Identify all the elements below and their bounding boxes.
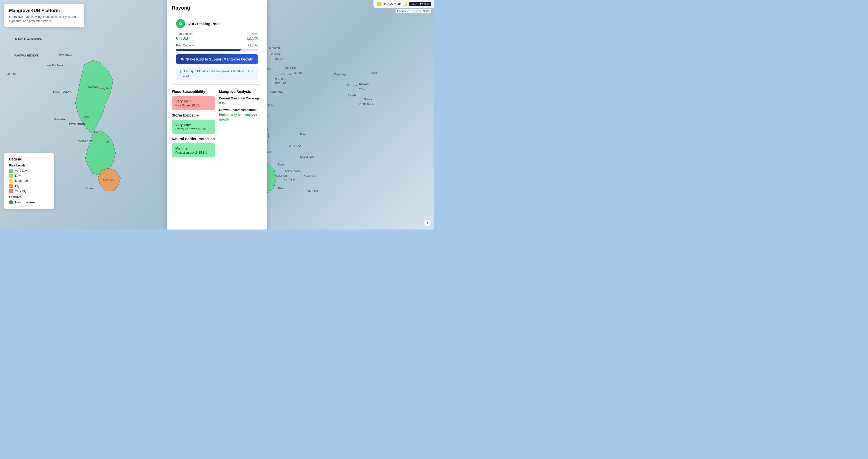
progress-bar-bg bbox=[176, 49, 258, 51]
svg-marker-0 bbox=[75, 60, 113, 133]
legend-color-swatch bbox=[9, 184, 13, 188]
legend-risk-item: Very Low bbox=[9, 169, 49, 173]
flood-risk-badge: Very High Risk Score: 90.0% bbox=[172, 96, 215, 110]
progress-bar-fill bbox=[176, 49, 241, 51]
mangrove-analysis-box: Current Mangrove Coverage: 0.1% Growth R… bbox=[219, 96, 262, 122]
legend-color-swatch bbox=[9, 179, 13, 183]
staking-title: KUB Staking Pool bbox=[188, 22, 220, 26]
legend-feature-swatch bbox=[9, 200, 13, 204]
risk-levels-label: Risk Levels bbox=[9, 164, 49, 167]
staking-header: ♻ KUB Staking Pool bbox=[176, 19, 258, 28]
legend-item-label: High bbox=[15, 184, 21, 188]
pool-capacity-pct: 78.75% bbox=[248, 44, 258, 47]
apy-label: APY bbox=[247, 32, 258, 36]
mangrove-section-title: Mangrove Analysis bbox=[219, 90, 262, 94]
barrier-risk-sub: Protection Level: 15.8% bbox=[175, 151, 212, 155]
kub-balance: 10.127 KUB bbox=[383, 2, 401, 6]
legend-title: Legend bbox=[9, 157, 49, 161]
coverage-label: Current Mangrove Coverage: bbox=[219, 96, 262, 101]
info-button[interactable]: i bbox=[424, 220, 431, 227]
top-bar: 🪙 10.127 KUB 🌙 0x5e...129988 bbox=[373, 0, 434, 8]
total-staked-group: Total Staked 0 KUB bbox=[176, 32, 193, 41]
side-panel[interactable]: Rayong ♻ KUB Staking Pool Total Staked 0… bbox=[167, 0, 267, 230]
staking-stats: Total Staked 0 KUB APY 12.5% bbox=[176, 32, 258, 41]
storm-section-title: Storm Exposure bbox=[172, 113, 215, 117]
wallet-badge[interactable]: 0x5e...129988 bbox=[409, 2, 431, 6]
legend-risk-item: Low bbox=[9, 174, 49, 178]
stake-button[interactable]: ♻ Stake KUB to Support Mangrove Growth bbox=[176, 54, 258, 64]
total-staked-label: Total Staked bbox=[176, 32, 193, 36]
platform-description: Interactive map showing flood susceptibi… bbox=[9, 15, 80, 23]
barrier-risk-label: Minimal bbox=[175, 146, 212, 151]
barrier-risk-badge: Minimal Protection Level: 15.8% bbox=[172, 143, 215, 158]
svg-marker-1 bbox=[85, 131, 116, 176]
staking-info-box: ℹ Staking KUB helps fund mangrove restor… bbox=[176, 67, 258, 80]
legend-color-swatch bbox=[9, 174, 13, 178]
legend-item-label: Very High bbox=[15, 189, 28, 193]
svg-marker-2 bbox=[98, 168, 121, 191]
panel-location-title: Rayong bbox=[172, 5, 262, 11]
legend-card: Legend Risk Levels Very Low Low Moderate… bbox=[4, 153, 54, 209]
info-box-text: Staking KUB helps fund mangrove restorat… bbox=[183, 69, 254, 78]
apy-group: APY 12.5% bbox=[247, 32, 258, 41]
legend-item-label: Moderate bbox=[15, 179, 28, 183]
pool-capacity-row: Pool Capacity 78.75% bbox=[176, 44, 258, 47]
legend-feature-item: Mangrove Area bbox=[9, 200, 49, 204]
platform-title: MangroveKUB Platform bbox=[9, 8, 80, 13]
legend-risk-items: Very Low Low Moderate High Very High bbox=[9, 169, 49, 193]
stake-button-label: Stake KUB to Support Mangrove Growth bbox=[186, 57, 253, 61]
legend-item-label: Very Low bbox=[15, 169, 27, 172]
legend-item-label: Low bbox=[15, 174, 21, 177]
analysis-grid: Flood Susceptibility Very High Risk Scor… bbox=[172, 90, 262, 160]
apy-value: 12.5% bbox=[247, 36, 258, 41]
legend-risk-item: High bbox=[9, 184, 49, 188]
staking-icon: ♻ bbox=[176, 19, 185, 28]
info-box-icon: ℹ bbox=[180, 70, 181, 73]
svg-text:Mae S...: Mae S... bbox=[94, 131, 103, 134]
staking-card: ♻ KUB Staking Pool Total Staked 0 KUB AP… bbox=[172, 15, 262, 85]
moon-icon: 🌙 bbox=[403, 2, 407, 6]
features-label: Features bbox=[9, 195, 49, 199]
legend-color-swatch bbox=[9, 189, 13, 193]
growth-label: Growth Recommendation: bbox=[219, 108, 262, 112]
legend-feature-label: Mangrove Area bbox=[15, 201, 35, 204]
platform-card: MangroveKUB Platform Interactive map sho… bbox=[4, 4, 84, 27]
legend-color-swatch bbox=[9, 169, 13, 173]
storm-risk-badge: Very Low Exposure Level: 10.0% bbox=[172, 120, 215, 134]
stake-icon: ♻ bbox=[181, 57, 184, 61]
growth-value: High priority for mangrove growth bbox=[219, 112, 262, 122]
flood-section-title: Flood Susceptibility bbox=[172, 90, 215, 94]
flood-risk-label: Very High bbox=[175, 99, 212, 103]
analysis-left-col: Flood Susceptibility Very High Risk Scor… bbox=[172, 90, 215, 160]
barrier-section-title: Natural Barrier Protection bbox=[172, 137, 215, 141]
coverage-value: 0.1% bbox=[219, 101, 262, 106]
kub-balance-value: 10.127 KUB bbox=[383, 2, 401, 6]
legend-risk-item: Very High bbox=[9, 189, 49, 193]
pool-capacity-label: Pool Capacity bbox=[176, 44, 195, 47]
analysis-right-col: Mangrove Analysis Current Mangrove Cover… bbox=[219, 90, 262, 160]
storm-risk-label: Very Low bbox=[175, 123, 212, 127]
flood-risk-sub: Risk Score: 90.0% bbox=[175, 104, 212, 107]
legend-risk-item: Moderate bbox=[9, 179, 49, 183]
connected-status: Connected: 0x5eba...9988 bbox=[396, 9, 431, 13]
kub-coin-icon: 🪙 bbox=[376, 1, 381, 6]
storm-risk-sub: Exposure Level: 10.0% bbox=[175, 127, 212, 131]
total-staked-value: 0 KUB bbox=[176, 36, 193, 41]
legend-features-items: Mangrove Area bbox=[9, 200, 49, 204]
svg-text:Chiang Ma...: Chiang Ma... bbox=[97, 87, 112, 90]
